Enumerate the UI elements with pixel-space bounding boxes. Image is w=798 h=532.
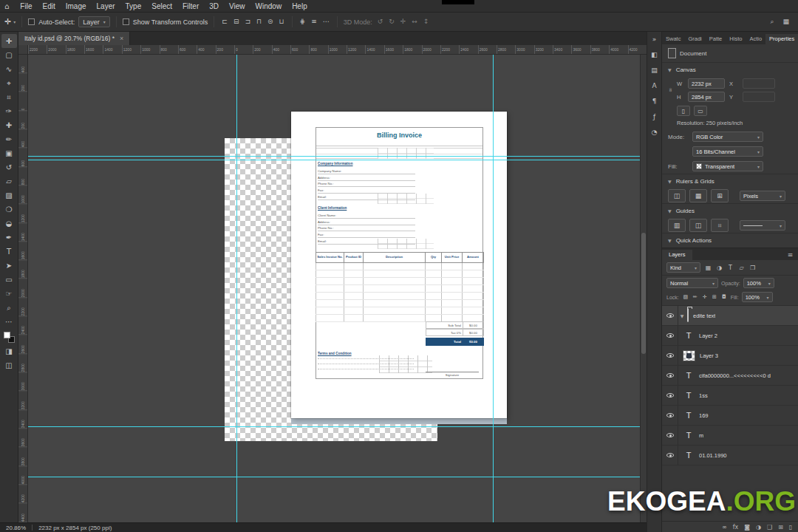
- menu-item[interactable]: Image: [61, 2, 92, 10]
- align-right-icon[interactable]: ⊐: [243, 18, 252, 25]
- foreground-color-swatch[interactable]: [4, 332, 10, 338]
- horizontal-ruler[interactable]: 2200200018001600140012001000800600400200…: [28, 45, 647, 55]
- hand-tool[interactable]: ☞: [1, 287, 17, 301]
- color-panel-icon[interactable]: ◧: [651, 51, 658, 58]
- guide-vertical[interactable]: [493, 55, 494, 522]
- 3d-orbit-icon[interactable]: ↺: [376, 18, 385, 25]
- eyedropper-tool[interactable]: ✑: [1, 104, 17, 118]
- visibility-toggle[interactable]: [662, 406, 678, 425]
- type-tool[interactable]: T: [1, 245, 17, 259]
- layer-thumbnail[interactable]: [683, 350, 695, 361]
- filter-pixel-icon[interactable]: ▦: [703, 265, 713, 271]
- history-panel-icon[interactable]: ◔: [652, 129, 658, 136]
- guide-horizontal[interactable]: [28, 426, 647, 427]
- bit-depth-dropdown[interactable]: 16 Bits/Channel▾: [692, 146, 763, 157]
- libraries-panel-icon[interactable]: ▤: [651, 66, 658, 74]
- layer-row[interactable]: T Layer 2: [662, 326, 798, 346]
- layer-filter-dropdown[interactable]: Kind▾: [666, 262, 700, 273]
- home-icon[interactable]: ⌂: [4, 2, 9, 10]
- visibility-toggle[interactable]: [662, 366, 678, 385]
- layer-row[interactable]: Layer 3: [662, 346, 798, 366]
- height-field[interactable]: 2854 px: [688, 92, 725, 102]
- glyphs-panel-icon[interactable]: ƒ: [653, 113, 655, 120]
- width-field[interactable]: 2232 px: [688, 78, 725, 89]
- auto-select-dropdown[interactable]: Layer▾: [78, 16, 110, 27]
- visibility-toggle[interactable]: [662, 426, 678, 445]
- layer-row[interactable]: T cifa0000000...<<<<<<<<<0 d: [662, 366, 798, 386]
- y-field[interactable]: [743, 92, 775, 102]
- panel-menu-icon[interactable]: ≡: [788, 251, 794, 260]
- align-top-icon[interactable]: ⊓: [255, 18, 263, 25]
- units-dropdown[interactable]: Pixels▾: [740, 191, 785, 201]
- menu-item[interactable]: Edit: [37, 2, 60, 10]
- move-tool[interactable]: ✛: [1, 34, 17, 48]
- layer-name[interactable]: 169: [699, 412, 709, 419]
- lock-pixels-icon[interactable]: ✏: [692, 294, 699, 300]
- visibility-toggle[interactable]: [662, 446, 678, 465]
- path-selection-tool[interactable]: ➤: [1, 259, 17, 273]
- panel-tab[interactable]: Swatc: [662, 34, 684, 44]
- color-mode-dropdown[interactable]: RGB Color▾: [692, 132, 763, 142]
- lock-artboard-icon[interactable]: ⊞: [711, 294, 718, 300]
- filter-shape-icon[interactable]: ▱: [737, 265, 746, 271]
- color-swatches[interactable]: [4, 332, 15, 343]
- guide-horizontal[interactable]: [28, 160, 647, 160]
- grid-toggle-icon[interactable]: ▦: [689, 189, 707, 202]
- blend-mode-dropdown[interactable]: Normal▾: [666, 278, 718, 288]
- landscape-orientation-button[interactable]: ▭: [694, 106, 707, 116]
- lock-all-icon[interactable]: ◘: [720, 294, 728, 300]
- more-options-icon[interactable]: ⋯: [321, 18, 331, 25]
- lock-transparent-icon[interactable]: ▨: [682, 294, 689, 300]
- align-middle-icon[interactable]: ⊜: [266, 18, 275, 25]
- align-center-h-icon[interactable]: ⊟: [232, 18, 241, 25]
- edit-toolbar-icon[interactable]: ⋯: [1, 315, 17, 329]
- menu-item[interactable]: Window: [250, 2, 287, 10]
- quick-mask-icon[interactable]: ◨: [1, 344, 17, 358]
- lock-guides-icon[interactable]: ◫: [689, 219, 707, 232]
- visibility-toggle[interactable]: [662, 306, 678, 325]
- lasso-tool[interactable]: ∿: [1, 62, 17, 76]
- panel-tab[interactable]: Actio: [746, 34, 765, 44]
- visibility-toggle[interactable]: [662, 386, 678, 405]
- ruler-toggle-icon[interactable]: ◫: [668, 189, 686, 202]
- link-dimensions-icon[interactable]: ∞: [667, 87, 674, 92]
- link-layers-icon[interactable]: ∞: [722, 524, 727, 531]
- guides-section-header[interactable]: ▼ Guides: [662, 203, 798, 218]
- panel-tab[interactable]: Patte: [706, 34, 726, 44]
- layer-row[interactable]: ▼ edite text: [662, 306, 798, 326]
- paragraph-panel-icon[interactable]: ¶: [652, 98, 657, 105]
- menu-item[interactable]: Select: [146, 2, 177, 10]
- menu-item[interactable]: Layer: [92, 2, 120, 10]
- layer-name[interactable]: edite text: [693, 313, 715, 319]
- align-bottom-icon[interactable]: ⊔: [278, 18, 286, 25]
- zoom-tool[interactable]: ⌕: [1, 301, 17, 315]
- canvas-section-header[interactable]: ▼ Canvas: [662, 62, 798, 77]
- zoom-level[interactable]: 20.86%: [6, 525, 26, 531]
- adjustment-layer-icon[interactable]: ◑: [756, 524, 761, 531]
- gradient-tool[interactable]: ▨: [1, 188, 17, 202]
- filter-type-icon[interactable]: T: [726, 265, 735, 271]
- layer-name[interactable]: m: [699, 432, 703, 439]
- clone-stamp-tool[interactable]: ▣: [1, 146, 17, 160]
- pen-tool[interactable]: ✒: [1, 231, 17, 245]
- 3d-roll-icon[interactable]: ↻: [387, 18, 396, 25]
- snap-toggle-icon[interactable]: ⊞: [711, 189, 729, 202]
- guide-style-dropdown[interactable]: ▾: [740, 220, 785, 231]
- panel-tab[interactable]: Properties: [765, 34, 798, 44]
- quick-actions-section-header[interactable]: ▼ Quick Actions: [662, 233, 798, 248]
- layer-name[interactable]: Layer 2: [699, 332, 717, 339]
- character-panel-icon[interactable]: A: [652, 82, 656, 89]
- filter-smart-icon[interactable]: ❒: [748, 265, 757, 271]
- delete-layer-icon[interactable]: ▯: [789, 524, 792, 531]
- new-layer-icon[interactable]: ⊞: [778, 524, 783, 531]
- document-info[interactable]: 2232 px x 2854 px (250 ppi): [38, 525, 112, 531]
- rulers-grids-section-header[interactable]: ▼ Rulers & Grids: [662, 174, 798, 188]
- distribute-h-icon[interactable]: ⋕: [299, 18, 307, 25]
- guide-horizontal[interactable]: [28, 477, 647, 477]
- show-transform-checkbox[interactable]: [123, 18, 129, 25]
- layers-tab[interactable]: Layers: [662, 250, 692, 260]
- layer-mask-icon[interactable]: ◙: [744, 524, 750, 531]
- layer-row[interactable]: T m: [662, 426, 798, 446]
- menu-item[interactable]: 3D: [204, 2, 224, 10]
- document-page[interactable]: Billing Invoice Company Information Comp…: [291, 112, 507, 418]
